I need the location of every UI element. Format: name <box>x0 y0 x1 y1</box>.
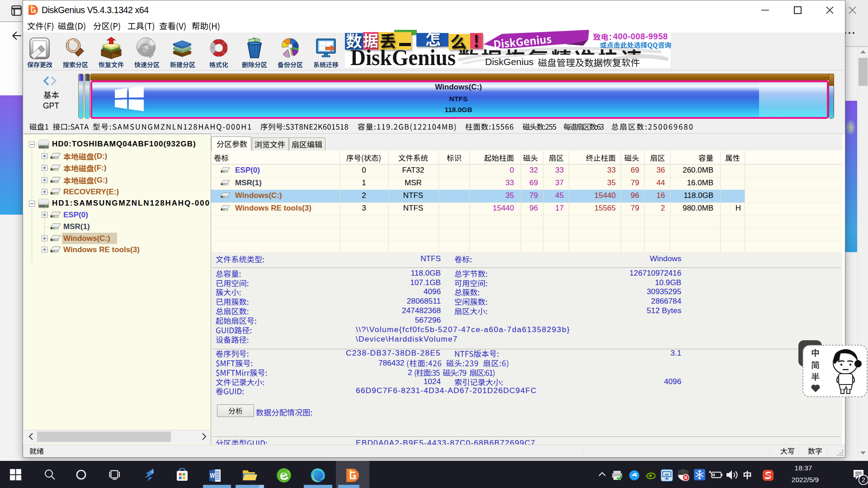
svg-text:HD: HD <box>665 473 669 476</box>
svg-text:2: 2 <box>862 476 865 483</box>
